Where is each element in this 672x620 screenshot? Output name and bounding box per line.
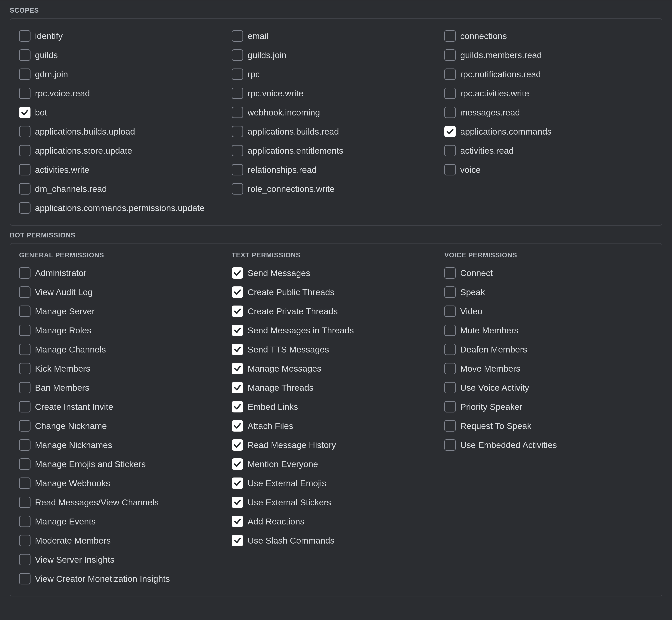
scope-checkbox-rpc-notifications-read[interactable] — [444, 68, 456, 80]
permission-checkbox-use-embedded-activities[interactable] — [444, 439, 456, 451]
permission-checkbox-speak[interactable] — [444, 287, 456, 298]
permission-checkbox-view-server-insights[interactable] — [19, 554, 31, 565]
permission-label: Ban Members — [35, 383, 90, 393]
permission-label: Use Slash Commands — [248, 536, 334, 546]
scope-checkbox-gdm-join[interactable] — [19, 68, 31, 80]
permission-row-video: Video — [444, 302, 653, 321]
scope-row-bot: bot — [19, 103, 228, 122]
scope-row-guilds: guilds — [19, 46, 228, 65]
permission-checkbox-request-to-speak[interactable] — [444, 420, 456, 431]
permission-checkbox-change-nickname[interactable] — [19, 420, 31, 431]
permission-checkbox-deafen-members[interactable] — [444, 344, 456, 355]
permission-label: Create Instant Invite — [35, 402, 113, 412]
scope-checkbox-webhook-incoming[interactable] — [232, 107, 243, 118]
permission-checkbox-use-voice-activity[interactable] — [444, 382, 456, 393]
scope-checkbox-applications-commands[interactable] — [444, 126, 456, 137]
permission-row-attach-files: Attach Files — [232, 416, 440, 435]
scope-row-applications-store-update: applications.store.update — [19, 141, 228, 160]
permission-checkbox-manage-events[interactable] — [19, 516, 31, 527]
scope-label: guilds — [35, 50, 58, 60]
permission-row-move-members: Move Members — [444, 359, 653, 378]
scope-checkbox-guilds[interactable] — [19, 49, 31, 61]
permission-checkbox-connect[interactable] — [444, 267, 456, 279]
permission-checkbox-manage-channels[interactable] — [19, 344, 31, 355]
permission-checkbox-manage-server[interactable] — [19, 306, 31, 317]
checkmark-icon — [234, 479, 242, 487]
scope-checkbox-applications-entitlements[interactable] — [232, 145, 243, 156]
permission-checkbox-view-audit-log[interactable] — [19, 287, 31, 298]
permission-checkbox-create-instant-invite[interactable] — [19, 401, 31, 412]
permission-checkbox-manage-messages[interactable] — [232, 363, 243, 374]
scope-checkbox-applications-builds-upload[interactable] — [19, 126, 31, 137]
permission-label: Manage Roles — [35, 325, 91, 335]
permission-checkbox-mute-members[interactable] — [444, 325, 456, 336]
scope-label: activities.read — [460, 146, 514, 156]
permission-label: Manage Webhooks — [35, 478, 110, 488]
top-divider — [0, 0, 672, 0]
permission-row-speak: Speak — [444, 282, 653, 302]
checkmark-icon — [234, 460, 242, 468]
permission-checkbox-read-messages-view-channels[interactable] — [19, 497, 31, 508]
checkmark-icon — [234, 422, 242, 430]
permission-checkbox-move-members[interactable] — [444, 363, 456, 374]
permission-checkbox-create-private-threads[interactable] — [232, 306, 243, 317]
scope-label: rpc.notifications.read — [460, 69, 541, 79]
permission-checkbox-view-creator-monetization-insights[interactable] — [19, 573, 31, 584]
permission-checkbox-add-reactions[interactable] — [232, 516, 243, 527]
scope-label: applications.builds.upload — [35, 126, 135, 137]
permission-checkbox-attach-files[interactable] — [232, 420, 243, 431]
permissions-column-2: VOICE PERMISSIONSConnectSpeakVideoMute M… — [444, 251, 653, 588]
scope-label: role_connections.write — [248, 184, 334, 194]
permission-checkbox-manage-emojis-and-stickers[interactable] — [19, 458, 31, 470]
scope-checkbox-email[interactable] — [232, 30, 243, 42]
permission-checkbox-use-slash-commands[interactable] — [232, 535, 243, 546]
permission-checkbox-use-external-stickers[interactable] — [232, 497, 243, 508]
scope-checkbox-applications-builds-read[interactable] — [232, 126, 243, 137]
scope-checkbox-activities-read[interactable] — [444, 145, 456, 156]
scope-label: applications.commands.permissions.update — [35, 203, 205, 213]
scope-checkbox-guilds-members-read[interactable] — [444, 49, 456, 61]
scope-checkbox-applications-store-update[interactable] — [19, 145, 31, 156]
permission-checkbox-mention-everyone[interactable] — [232, 458, 243, 470]
permission-checkbox-manage-webhooks[interactable] — [19, 477, 31, 489]
permission-checkbox-embed-links[interactable] — [232, 401, 243, 412]
scope-checkbox-bot[interactable] — [19, 107, 31, 118]
permission-checkbox-ban-members[interactable] — [19, 382, 31, 393]
permission-checkbox-send-messages[interactable] — [232, 267, 243, 279]
scope-checkbox-activities-write[interactable] — [19, 164, 31, 175]
scope-label: webhook.incoming — [248, 108, 320, 117]
permission-checkbox-video[interactable] — [444, 306, 456, 317]
scope-label: applications.entitlements — [248, 146, 343, 156]
checkmark-icon — [234, 326, 242, 334]
permission-checkbox-send-messages-in-threads[interactable] — [232, 325, 243, 336]
permission-checkbox-manage-nicknames[interactable] — [19, 439, 31, 451]
scope-checkbox-identify[interactable] — [19, 30, 31, 42]
scope-checkbox-rpc-voice-write[interactable] — [232, 88, 243, 99]
scope-checkbox-dm-channels-read[interactable] — [19, 183, 31, 195]
permission-checkbox-manage-roles[interactable] — [19, 325, 31, 336]
permission-label: Read Messages/View Channels — [35, 498, 159, 507]
permission-checkbox-manage-threads[interactable] — [232, 382, 243, 393]
scope-checkbox-rpc[interactable] — [232, 68, 243, 80]
scope-label: rpc — [248, 69, 260, 79]
scope-row-applications-builds-read: applications.builds.read — [232, 122, 440, 141]
scope-checkbox-relationships-read[interactable] — [232, 164, 243, 175]
permission-checkbox-kick-members[interactable] — [19, 363, 31, 374]
scope-row-messages-read: messages.read — [444, 103, 653, 122]
permissions-heading-general-permissions: GENERAL PERMISSIONS — [19, 251, 228, 259]
permission-checkbox-priority-speaker[interactable] — [444, 401, 456, 412]
permission-checkbox-read-message-history[interactable] — [232, 439, 243, 451]
permission-checkbox-moderate-members[interactable] — [19, 535, 31, 546]
permission-checkbox-create-public-threads[interactable] — [232, 287, 243, 298]
scope-checkbox-messages-read[interactable] — [444, 107, 456, 118]
scope-checkbox-guilds-join[interactable] — [232, 49, 243, 61]
scope-checkbox-applications-commands-permissions-update[interactable] — [19, 202, 31, 214]
scope-checkbox-connections[interactable] — [444, 30, 456, 42]
permission-checkbox-administrator[interactable] — [19, 267, 31, 279]
scope-checkbox-rpc-voice-read[interactable] — [19, 88, 31, 99]
scope-checkbox-role-connections-write[interactable] — [232, 183, 243, 195]
permission-checkbox-use-external-emojis[interactable] — [232, 477, 243, 489]
scope-checkbox-voice[interactable] — [444, 164, 456, 175]
scope-checkbox-rpc-activities-write[interactable] — [444, 88, 456, 99]
permission-checkbox-send-tts-messages[interactable] — [232, 344, 243, 355]
